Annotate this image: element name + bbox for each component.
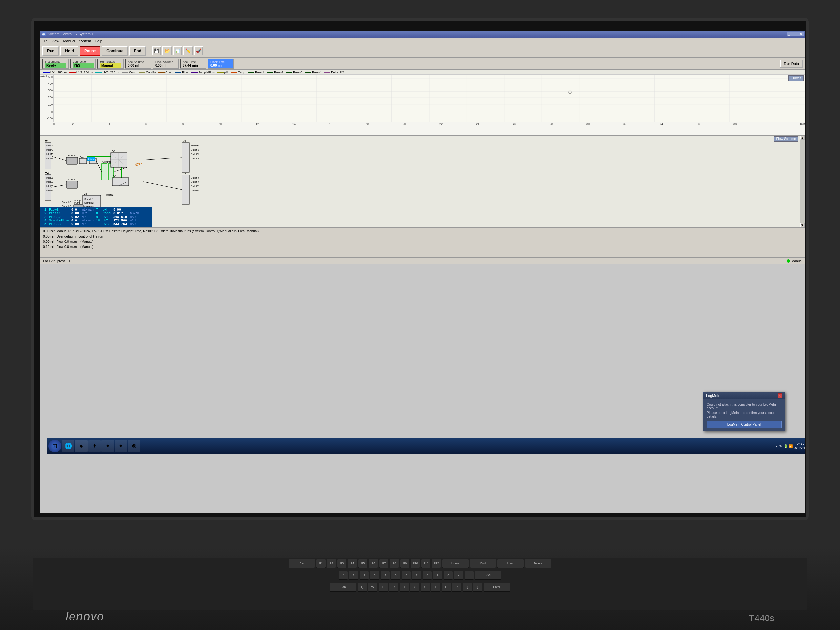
key-5[interactable]: 5 xyxy=(391,571,400,580)
x-label-2: 2 xyxy=(72,122,109,126)
key-e[interactable]: E xyxy=(379,583,388,592)
log-line-2: 0.00 min Flow 0.0 ml/min (Manual) xyxy=(43,239,802,245)
key-insert[interactable]: Insert xyxy=(497,559,524,568)
start-button[interactable]: ⊞ xyxy=(48,440,62,452)
x-label-12: 12 xyxy=(256,122,292,126)
curves-button[interactable]: Curves xyxy=(788,76,804,81)
end-button[interactable]: End xyxy=(129,46,146,56)
key-p[interactable]: P xyxy=(452,583,461,592)
menu-help[interactable]: Help xyxy=(95,39,103,43)
chart-icon-button[interactable]: 📊 xyxy=(173,46,182,55)
key-f8[interactable]: F8 xyxy=(390,559,399,568)
close-button[interactable]: ✕ xyxy=(798,32,804,36)
svg-text:6789: 6789 xyxy=(135,163,143,167)
table-row: 5 Press3 0.00 MPa 11 UV3 533.763 mAU xyxy=(43,223,141,226)
key-home[interactable]: Home xyxy=(442,559,469,568)
menu-view[interactable]: View xyxy=(52,39,59,43)
logmein-close-button[interactable]: ✕ xyxy=(778,393,782,398)
key-end[interactable]: End xyxy=(470,559,496,568)
key-1[interactable]: 1 xyxy=(349,571,358,580)
menu-file[interactable]: File xyxy=(42,39,47,43)
taskbar-icon-app[interactable]: ⊗ xyxy=(128,440,140,452)
key-f7[interactable]: F7 xyxy=(379,559,388,568)
key-f1[interactable]: F1 xyxy=(316,559,325,568)
minimize-button[interactable]: _ xyxy=(786,32,792,36)
key-bracket-r[interactable]: ] xyxy=(473,583,482,592)
logmein-title-bar: LogMeIn ✕ xyxy=(704,392,785,399)
key-f11[interactable]: F11 xyxy=(421,559,431,568)
scroll-down-button[interactable]: ▼ xyxy=(800,223,805,227)
taskbar-icon-ie[interactable]: 🌐 xyxy=(62,440,74,452)
taskbar-icon-star3[interactable]: ✦ xyxy=(115,440,127,452)
key-backspace[interactable]: ⌫ xyxy=(475,571,501,580)
key-0[interactable]: 0 xyxy=(444,571,453,580)
key-r[interactable]: R xyxy=(389,583,398,592)
legend-deltap: Delta_P/4 xyxy=(324,71,344,74)
pen-icon-button[interactable]: ✏️ xyxy=(183,46,193,55)
key-minus[interactable]: - xyxy=(454,571,463,580)
block-time-label: Block Time xyxy=(210,60,231,64)
scrollbar[interactable]: ▲ ▼ xyxy=(800,136,805,227)
key-f5[interactable]: F5 xyxy=(358,559,368,568)
svg-text:InletB4: InletB4 xyxy=(46,189,54,192)
key-esc[interactable]: Esc xyxy=(289,559,315,568)
svg-text:V9: V9 xyxy=(183,140,186,143)
taskbar-icon-chrome[interactable]: ● xyxy=(75,440,88,452)
scroll-up-button[interactable]: ▲ xyxy=(800,136,805,140)
continue-button[interactable]: Continue xyxy=(102,46,128,56)
key-u[interactable]: U xyxy=(421,583,430,592)
key-3[interactable]: 3 xyxy=(370,571,379,580)
maximize-button[interactable]: □ xyxy=(793,32,798,36)
hold-button[interactable]: Hold xyxy=(60,46,79,56)
key-f2[interactable]: F2 xyxy=(327,559,336,568)
taskbar-icon-star1[interactable]: ✦ xyxy=(88,440,101,452)
y-label-0: 0 xyxy=(51,110,53,114)
key-2[interactable]: 2 xyxy=(360,571,369,580)
acc-volume-status: Acc. Volume 0.00 ml xyxy=(125,59,151,69)
run-button[interactable]: Run xyxy=(42,46,59,56)
key-4[interactable]: 4 xyxy=(381,571,390,580)
open-icon-button[interactable]: 📂 xyxy=(163,46,172,55)
key-8[interactable]: 8 xyxy=(423,571,432,580)
key-backtick[interactable]: ` xyxy=(339,571,348,580)
flow-scheme-button[interactable]: Flow Scheme xyxy=(774,136,798,142)
taskbar-icon-star2[interactable]: ✦ xyxy=(101,440,114,452)
key-6[interactable]: 6 xyxy=(402,571,411,580)
key-bracket-l[interactable]: [ xyxy=(463,583,472,592)
key-f3[interactable]: F3 xyxy=(337,559,346,568)
x-label-8: 8 xyxy=(182,122,219,126)
key-y[interactable]: Y xyxy=(410,583,419,592)
key-f10[interactable]: F10 xyxy=(411,559,420,568)
key-t[interactable]: T xyxy=(399,583,409,592)
key-o[interactable]: O xyxy=(442,583,451,592)
save-icon-button[interactable]: 💾 xyxy=(152,46,161,55)
key-i[interactable]: I xyxy=(431,583,441,592)
menu-system[interactable]: System xyxy=(79,39,91,43)
status-indicator: Manual xyxy=(787,259,802,263)
key-w[interactable]: W xyxy=(368,583,377,592)
key-f6[interactable]: F6 xyxy=(369,559,378,568)
svg-line-90 xyxy=(144,158,182,160)
clock-date: 3/12/2024 xyxy=(794,446,805,450)
pause-button[interactable]: Pause xyxy=(80,46,100,56)
key-f12[interactable]: F12 xyxy=(432,559,441,568)
key-tab[interactable]: Tab xyxy=(330,583,356,592)
svg-text:PumpA: PumpA xyxy=(68,154,77,157)
key-f4[interactable]: F4 xyxy=(348,559,357,568)
chart-canvas[interactable] xyxy=(54,75,805,122)
rocket-icon-button[interactable]: 🚀 xyxy=(194,46,203,55)
logmein-control-panel-button[interactable]: LogMeIn Control Panel xyxy=(707,421,782,428)
key-9[interactable]: 9 xyxy=(433,571,442,580)
menu-manual[interactable]: Manual xyxy=(63,39,75,43)
key-delete[interactable]: Delete xyxy=(525,559,551,568)
help-text: For Help, press F1 xyxy=(43,259,70,263)
key-f9[interactable]: F9 xyxy=(400,559,409,568)
svg-text:Sample1: Sample1 xyxy=(84,198,93,201)
svg-text:InletA3: InletA3 xyxy=(46,153,54,155)
run-status: Run Status Manual xyxy=(98,59,124,69)
key-enter[interactable]: Enter xyxy=(484,583,510,592)
run-data-button[interactable]: Run Data xyxy=(780,60,803,68)
key-q[interactable]: Q xyxy=(358,583,367,592)
key-equals[interactable]: = xyxy=(465,571,474,580)
key-7[interactable]: 7 xyxy=(412,571,421,580)
